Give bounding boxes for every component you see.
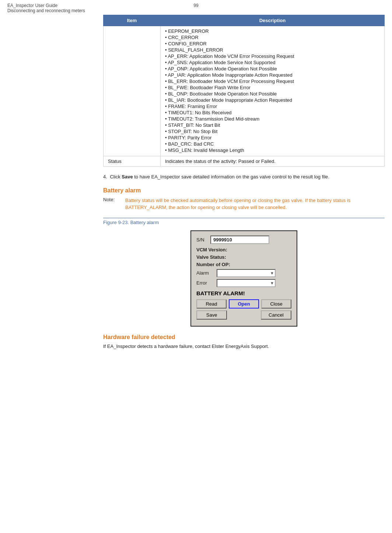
bullet-config: CONFIG_ERROR <box>165 41 380 46</box>
bullet-bad-crc: BAD_CRC: Bad CRC <box>165 141 380 147</box>
bullet-eeprom: EEPROM_ERROR <box>165 28 380 34</box>
hardware-failure-heading: Hardware failure detected <box>103 334 385 341</box>
page-header: EA_Inspector User Guide Disconnecting an… <box>0 0 392 15</box>
vcm-version-row: VCM Version: <box>196 247 291 252</box>
sn-label: S/N <box>196 237 207 243</box>
bullet-msg-len: MSG_LEN: Invalid Message Length <box>165 147 380 153</box>
bullet-crc: CRC_ERROR <box>165 35 380 40</box>
cancel-button[interactable]: Cancel <box>261 310 291 320</box>
valve-status-row: Valve Status: <box>196 254 291 260</box>
table-header-description: Description <box>161 15 385 26</box>
step4-bold: Save <box>122 174 133 180</box>
step4-pre: Click <box>110 174 122 180</box>
page-number: 99 <box>193 3 198 8</box>
content-area: Item Description EEPROM_ERROR CRC_ERROR … <box>0 15 392 353</box>
step4-text: 4. Click Save to have EA_Inspector save … <box>103 173 385 181</box>
bullet-bl-iar: BL_IAR: Bootloader Mode Inappropriate Ac… <box>165 97 380 103</box>
step4-number: 4. <box>103 174 107 180</box>
error-codes-table: Item Description EEPROM_ERROR CRC_ERROR … <box>103 15 385 167</box>
error-bullet-list: EEPROM_ERROR CRC_ERROR CONFIG_ERROR SERI… <box>165 28 380 153</box>
read-button[interactable]: Read <box>196 299 227 309</box>
alarm-dropdown-value <box>267 271 269 276</box>
bullet-bl-onp: BL_ONP: Bootloader Mode Operation Not Po… <box>165 91 380 97</box>
bullet-stop-bit: STOP_BIT: No Stop Bit <box>165 129 380 134</box>
header-subtitle: Disconnecting and reconnecting meters <box>7 8 385 13</box>
battery-alarm-heading: Battery alarm <box>103 187 385 194</box>
step4-post: to have EA_Inspector save detailed infor… <box>133 174 329 180</box>
main-content: Item Description EEPROM_ERROR CRC_ERROR … <box>103 15 385 353</box>
hardware-failure-text: If EA_Inspector detects a hardware failu… <box>103 343 385 350</box>
note-label: Note: <box>103 197 125 211</box>
table-cell-status-desc: Indicates the status of the activity: Pa… <box>161 156 385 167</box>
bullet-parity: PARITY: Parity Error <box>165 135 380 140</box>
spacer-button <box>229 310 258 320</box>
battery-alarm-dialog: S/N 9999910 VCM Version: Valve Status: N… <box>190 230 297 327</box>
open-button[interactable]: Open <box>229 299 259 309</box>
alarm-label: Alarm <box>196 270 217 276</box>
number-of-op-row: Number of OP: <box>196 262 291 267</box>
dialog-sn-row: S/N 9999910 <box>196 236 291 244</box>
bullet-ap-err: AP_ERR: Application Mode VCM Error Proce… <box>165 53 380 59</box>
bullet-bl-err: BL_ERR: Bootloader Mode VCM Error Proces… <box>165 79 380 84</box>
error-dropdown-value <box>267 281 269 286</box>
table-row-status: Status Indicates the status of the activ… <box>104 156 385 167</box>
alarm-dropdown[interactable]: ▼ <box>217 269 276 277</box>
figure-caption: Figure 9-23. Battery alarm <box>103 218 385 225</box>
error-label: Error <box>196 280 217 286</box>
bullet-ap-sns: AP_SNS: Application Mode Service Not Sup… <box>165 60 380 65</box>
battery-alarm-text: BATTERY ALARM! <box>196 290 291 296</box>
save-button[interactable]: Save <box>196 310 227 320</box>
table-cell-status-label: Status <box>104 156 161 167</box>
note-block: Note: Battery status will be checked aut… <box>103 197 385 211</box>
dialog-buttons-row1: Read Open Close <box>196 299 291 309</box>
bullet-ap-onp: AP_ONP: Application Mode Operation Not P… <box>165 66 380 72</box>
dialog-wrapper: S/N 9999910 VCM Version: Valve Status: N… <box>103 230 385 327</box>
error-dropdown-row: Error ▼ <box>196 279 291 287</box>
bullet-frame: FRAME: Framing Error <box>165 104 380 109</box>
alarm-dropdown-arrow: ▼ <box>270 271 274 275</box>
bullet-timeout2: TIMEOUT2: Transmission Died Mid-stream <box>165 116 380 122</box>
bullet-start-bit: START_BIT: No Start Bit <box>165 122 380 128</box>
dialog-buttons-row2: Save Cancel <box>196 310 291 320</box>
bullet-ap-iar: AP_IAR: Application Mode Inappropriate A… <box>165 72 380 78</box>
table-header-item: Item <box>104 15 161 26</box>
sn-input[interactable]: 9999910 <box>210 236 269 244</box>
alarm-dropdown-row: Alarm ▼ <box>196 269 291 277</box>
bullet-serial-flash: SERIAL_FLASH_ERROR <box>165 47 380 53</box>
bullet-bl-fwe: BL_FWE: Bootloader Flash Write Error <box>165 85 380 90</box>
table-cell-item-empty <box>104 26 161 156</box>
table-cell-description-bullets: EEPROM_ERROR CRC_ERROR CONFIG_ERROR SERI… <box>161 26 385 156</box>
bullet-timeout1: TIMEOUT1: No Bits Received <box>165 110 380 115</box>
close-button[interactable]: Close <box>261 299 291 309</box>
table-row-errors: EEPROM_ERROR CRC_ERROR CONFIG_ERROR SERI… <box>104 26 385 156</box>
error-dropdown-arrow: ▼ <box>270 281 274 285</box>
note-text: Battery status will be checked automatic… <box>125 197 385 211</box>
error-dropdown[interactable]: ▼ <box>217 279 276 287</box>
